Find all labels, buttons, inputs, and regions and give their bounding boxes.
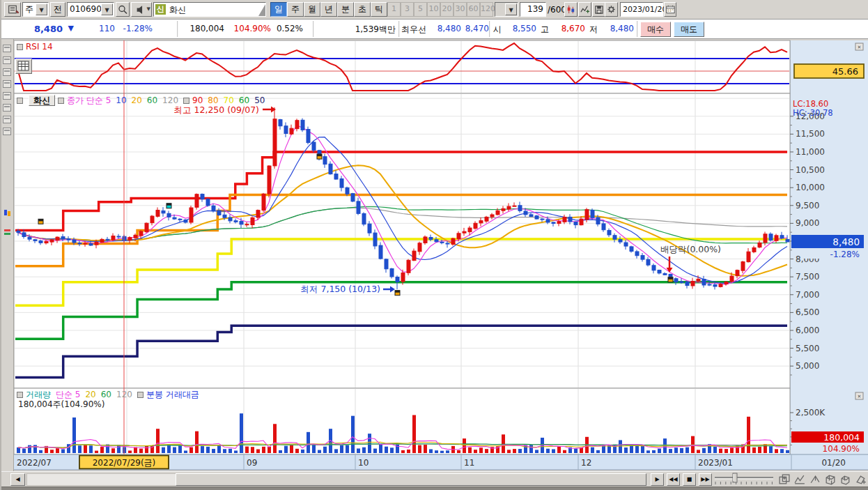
candle[interactable] <box>45 241 48 243</box>
strip-tool-icon[interactable] <box>3 56 11 64</box>
volume-bar[interactable] <box>507 450 511 453</box>
candle[interactable] <box>256 210 260 217</box>
candle[interactable] <box>290 128 293 134</box>
volume-bar[interactable] <box>156 429 160 453</box>
candle[interactable] <box>396 277 399 282</box>
event-marker-icon[interactable] <box>38 219 43 224</box>
candle[interactable] <box>351 194 355 201</box>
candle[interactable] <box>769 234 773 240</box>
volume-bar[interactable] <box>390 447 394 453</box>
candle[interactable] <box>440 242 444 243</box>
candle[interactable] <box>195 194 199 208</box>
candle[interactable] <box>368 224 371 233</box>
volume-bar[interactable] <box>295 449 299 453</box>
candle[interactable] <box>502 208 505 210</box>
volume-bar[interactable] <box>485 449 488 453</box>
volume-bar[interactable] <box>457 450 460 453</box>
fast-forward-button[interactable]: ▶▶ <box>699 473 712 486</box>
volume-bar[interactable] <box>273 424 277 453</box>
volume-bar[interactable] <box>685 447 689 453</box>
range-combo[interactable]: 주▼ <box>22 2 49 17</box>
candle[interactable] <box>680 282 683 282</box>
candle[interactable] <box>490 215 494 217</box>
candle[interactable] <box>245 224 249 225</box>
candle[interactable] <box>67 239 70 240</box>
save-icon[interactable] <box>592 2 605 17</box>
candle[interactable] <box>474 223 477 228</box>
step-forward-button[interactable]: ▶ <box>651 473 664 486</box>
candle[interactable] <box>251 217 254 224</box>
candle[interactable] <box>591 210 594 218</box>
tab-period-0[interactable]: 일 <box>270 2 287 17</box>
chevron-down-icon[interactable]: ▼ <box>36 3 47 15</box>
volume-bar[interactable] <box>234 450 238 453</box>
event-marker-icon[interactable] <box>395 291 400 296</box>
candle[interactable] <box>357 201 360 213</box>
prev-close-button[interactable]: 전 <box>50 2 65 17</box>
candle[interactable] <box>89 244 93 245</box>
volume-bar[interactable] <box>535 450 538 453</box>
candle[interactable] <box>346 187 349 194</box>
candle[interactable] <box>78 243 82 244</box>
search-icon[interactable] <box>116 2 130 17</box>
candle[interactable] <box>496 210 499 215</box>
volume-bar[interactable] <box>195 431 199 453</box>
trend-small-icon[interactable] <box>793 473 806 488</box>
candle[interactable] <box>641 256 644 260</box>
candle[interactable] <box>362 213 366 224</box>
volume-bar[interactable] <box>463 438 466 453</box>
volume-bar[interactable] <box>262 447 265 453</box>
volume-bar[interactable] <box>474 450 477 453</box>
volume-bar[interactable] <box>162 447 165 453</box>
strip-tool-icon[interactable] <box>3 92 11 100</box>
candle[interactable] <box>674 279 678 282</box>
settings-gear-icon[interactable] <box>605 2 618 17</box>
candle[interactable] <box>468 228 472 232</box>
volume-bar[interactable] <box>323 447 327 453</box>
candle[interactable] <box>697 279 700 281</box>
tab-period-5[interactable]: 초 <box>354 2 371 17</box>
candle[interactable] <box>580 219 583 224</box>
candle[interactable] <box>279 120 282 126</box>
candle[interactable] <box>736 270 739 276</box>
candle[interactable] <box>786 239 789 242</box>
volume-bar[interactable] <box>529 445 533 453</box>
tab-period-1[interactable]: 주 <box>287 2 304 17</box>
stop-button[interactable]: ■ <box>683 473 696 486</box>
volume-bar[interactable] <box>596 450 600 453</box>
candle[interactable] <box>134 235 137 238</box>
candle[interactable] <box>507 206 511 209</box>
volume-bar[interactable] <box>50 450 54 453</box>
volume-bar[interactable] <box>652 450 656 453</box>
candle[interactable] <box>189 208 193 222</box>
volume-bar[interactable] <box>17 447 20 453</box>
volume-bar[interactable] <box>268 447 271 453</box>
volume-bar[interactable] <box>312 444 316 453</box>
volume-bar[interactable] <box>178 445 182 453</box>
volume-bar[interactable] <box>346 445 349 453</box>
candle[interactable] <box>724 282 728 284</box>
volume-bar[interactable] <box>128 450 132 453</box>
legend-square-icon[interactable] <box>58 98 64 104</box>
volume-bar[interactable] <box>201 446 204 453</box>
candle[interactable] <box>663 273 667 275</box>
volume-bar[interactable] <box>658 449 661 453</box>
candle[interactable] <box>479 221 483 223</box>
volume-bar[interactable] <box>228 449 232 453</box>
stock-code-combo[interactable]: 010690▼ <box>67 2 114 17</box>
volume-bar[interactable] <box>669 449 672 453</box>
candle[interactable] <box>228 217 232 221</box>
candle[interactable] <box>340 179 343 188</box>
candle[interactable] <box>206 199 210 206</box>
strip-tool-icon[interactable] <box>3 45 11 52</box>
volume-bar[interactable] <box>362 447 366 453</box>
volume-bar[interactable] <box>22 449 26 453</box>
volume-bar[interactable] <box>318 450 321 453</box>
candle[interactable] <box>752 247 756 252</box>
strip-tool-icon[interactable] <box>3 80 11 88</box>
strip-tool-icon[interactable] <box>3 104 11 112</box>
minute-button-30[interactable]: 30 <box>454 2 467 17</box>
volume-bar[interactable] <box>206 447 210 453</box>
volume-bar[interactable] <box>624 447 628 453</box>
candle[interactable] <box>162 210 165 213</box>
